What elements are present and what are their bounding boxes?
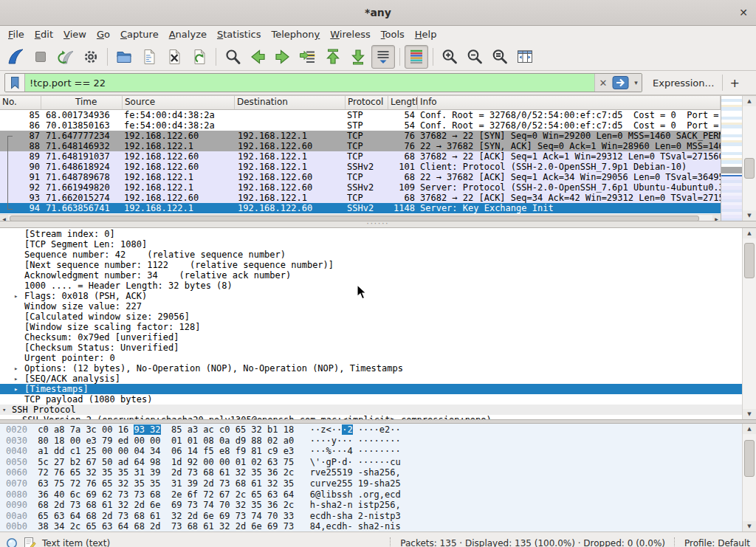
go-back-button[interactable]	[246, 45, 269, 69]
detail-vscrollbar[interactable]: ▲ ▼	[742, 228, 756, 419]
detail-line-5[interactable]: 1000 .... = Header Length: 32 bytes (8)	[0, 281, 743, 291]
zoom-out-button[interactable]	[463, 45, 487, 69]
detail-line-7[interactable]: Window size value: 227	[0, 301, 743, 312]
detail-line-9[interactable]: [Window size scaling factor: 128]	[0, 322, 743, 332]
detail-line-13[interactable]: ▸Options: (12 bytes), No-Operation (NOP)…	[0, 363, 743, 374]
vscroll-up-arrow-icon[interactable]: ▲	[743, 96, 756, 106]
detail-scroll-up-icon[interactable]: ▲	[743, 228, 756, 238]
filter-bookmark-button[interactable]	[5, 74, 25, 92]
menu-file[interactable]: File	[3, 27, 30, 41]
add-filter-button[interactable]: +	[723, 76, 747, 90]
hex-dump[interactable]: 0020 c0 a8 7a 3c 00 16 93 32 85 a3 ac c0…	[0, 424, 749, 531]
find-packet-button[interactable]	[221, 45, 244, 69]
open-file-button[interactable]	[112, 45, 136, 69]
menu-tools[interactable]: Tools	[376, 27, 410, 41]
hex-row-0030[interactable]: 0030 80 18 00 e3 79 ed 00 00 01 01 08 0a…	[6, 436, 749, 447]
resize-columns-button[interactable]	[513, 45, 537, 69]
hex-scroll-thumb[interactable]	[744, 440, 755, 477]
go-last-button[interactable]	[346, 45, 370, 69]
capture-restart-button[interactable]	[54, 45, 78, 69]
detail-line-4[interactable]: Acknowledgment number: 34 (relative ack …	[0, 270, 743, 281]
expert-info-icon[interactable]	[6, 537, 18, 547]
detail-line-8[interactable]: [Calculated window size: 29056]	[0, 312, 743, 322]
detail-line-16[interactable]: TCP payload (1080 bytes)	[0, 394, 743, 405]
packet-row-92[interactable]: 9271.661949820192.168.122.1192.168.122.6…	[0, 182, 721, 193]
expander-closed-icon[interactable]: ▸	[14, 291, 18, 301]
column-header-no[interactable]: No.	[0, 96, 41, 109]
menu-help[interactable]: Help	[410, 27, 442, 41]
expander-closed-icon[interactable]: ▸	[13, 415, 16, 419]
expander-closed-icon[interactable]: ▸	[14, 374, 18, 384]
hex-scroll-down-icon[interactable]: ▼	[743, 521, 756, 531]
status-profile[interactable]: Profile: Default	[684, 538, 750, 547]
go-forward-button[interactable]	[271, 45, 295, 69]
capture-options-button[interactable]	[79, 45, 103, 69]
colorize-button[interactable]	[405, 45, 428, 69]
zoom-in-button[interactable]	[438, 45, 461, 69]
vscroll-thumb[interactable]	[744, 158, 755, 179]
packet-list-vscrollbar[interactable]: ▲ ▼	[742, 96, 756, 221]
expander-closed-icon[interactable]: ▸	[14, 363, 18, 374]
hex-row-0060[interactable]: 0060 72 76 65 32 35 35 31 39 2d 73 68 61…	[6, 467, 749, 478]
pane-splitter-top[interactable]: ······	[0, 221, 756, 228]
filter-apply-button[interactable]	[611, 74, 630, 92]
hex-row-0080[interactable]: 0080 36 40 6c 69 62 73 73 68 2e 6f 72 67…	[6, 489, 749, 500]
go-to-packet-button[interactable]	[296, 45, 320, 69]
menu-analyze[interactable]: Analyze	[164, 27, 212, 41]
column-header-protocol[interactable]: Protocol	[346, 96, 388, 109]
detail-line-1[interactable]: [TCP Segment Len: 1080]	[0, 239, 743, 250]
hscroll-left-arrow-icon[interactable]: ◀	[0, 215, 8, 221]
zoom-reset-button[interactable]	[488, 45, 512, 69]
hex-row-00b0[interactable]: 00b0 38 34 2c 65 63 64 68 2d 73 68 61 32…	[6, 521, 749, 531]
detail-line-10[interactable]: Checksum: 0x79ed [unverified]	[0, 332, 743, 343]
capture-stop-button[interactable]	[29, 45, 52, 69]
hex-row-0070[interactable]: 0070 63 75 72 76 65 32 35 35 31 39 2d 73…	[6, 478, 749, 489]
hscroll-thumb[interactable]	[10, 216, 699, 221]
packet-row-87[interactable]: 8771.647777234192.168.122.60192.168.122.…	[0, 131, 721, 141]
detail-line-3[interactable]: [Next sequence number: 1122 (relative se…	[0, 260, 743, 270]
detail-line-18[interactable]: ▸SSH Version 2 (encryption:chacha20-poly…	[0, 415, 743, 419]
detail-line-14[interactable]: ▸[SEQ/ACK analysis]	[0, 374, 743, 384]
intelligent-scrollbar-minimap[interactable]	[721, 96, 742, 221]
detail-line-15[interactable]: ▸[Timestamps]	[0, 384, 743, 394]
auto-scroll-button[interactable]	[371, 45, 395, 69]
packet-row-88[interactable]: 8871.648146932192.168.122.1192.168.122.6…	[0, 141, 721, 151]
column-header-length[interactable]: Length	[388, 96, 418, 109]
hex-row-0020[interactable]: 0020 c0 a8 7a 3c 00 16 93 32 85 a3 ac c0…	[6, 424, 749, 436]
packet-list-hscrollbar[interactable]: ◀ ▶	[0, 214, 721, 221]
packet-row-89[interactable]: 8971.648191037192.168.122.60192.168.122.…	[0, 151, 721, 162]
packet-row-94[interactable]: 9471.663856741192.168.122.1192.168.122.6…	[0, 203, 721, 213]
menu-view[interactable]: View	[58, 27, 92, 41]
packet-row-90[interactable]: 9071.648618924192.168.122.60192.168.122.…	[0, 162, 721, 172]
menu-statistics[interactable]: Statistics	[212, 27, 267, 41]
menu-edit[interactable]: Edit	[30, 27, 58, 41]
column-header-time[interactable]: Time	[41, 96, 123, 109]
hex-row-0040[interactable]: 0040 a1 dd c1 25 00 00 04 34 06 14 f5 e8…	[6, 446, 749, 457]
column-header-destination[interactable]: Destination	[235, 96, 346, 109]
reload-file-button[interactable]	[188, 45, 211, 69]
column-header-source[interactable]: Source	[123, 96, 235, 109]
menu-telephony[interactable]: Telephony	[266, 27, 325, 41]
capture-start-button[interactable]	[4, 45, 27, 69]
menu-capture[interactable]: Capture	[115, 27, 164, 41]
column-header-info[interactable]: Info	[418, 96, 721, 109]
detail-line-11[interactable]: [Checksum Status: Unverified]	[0, 343, 743, 353]
detail-line-6[interactable]: ▸Flags: 0x018 (PSH, ACK)	[0, 291, 743, 301]
expression-button[interactable]: Expression…	[653, 78, 715, 89]
hscroll-right-arrow-icon[interactable]: ▶	[712, 215, 721, 221]
expander-closed-icon[interactable]: ▸	[14, 384, 18, 394]
close-icon[interactable]: ✕	[739, 6, 748, 19]
detail-line-12[interactable]: Urgent pointer: 0	[0, 353, 743, 363]
hex-row-00a0[interactable]: 00a0 65 63 64 68 2d 73 68 61 32 2d 6e 69…	[6, 511, 749, 522]
hex-scroll-up-icon[interactable]: ▲	[743, 424, 756, 434]
display-filter-input[interactable]	[25, 74, 594, 92]
hex-vscrollbar[interactable]: ▲ ▼	[742, 424, 756, 531]
go-first-button[interactable]	[321, 45, 345, 69]
packet-row-93[interactable]: 9371.662015274192.168.122.60192.168.122.…	[0, 193, 721, 203]
hex-row-0050[interactable]: 0050 5c 27 b2 67 50 ad 64 98 1d 92 00 00…	[6, 457, 749, 468]
filter-clear-button[interactable]: ✕	[594, 74, 611, 92]
detail-line-0[interactable]: [Stream index: 0]	[0, 229, 743, 239]
vscroll-down-arrow-icon[interactable]: ▼	[743, 210, 756, 221]
save-file-button[interactable]	[137, 45, 161, 69]
filter-history-caret[interactable]: ▾	[630, 74, 642, 92]
